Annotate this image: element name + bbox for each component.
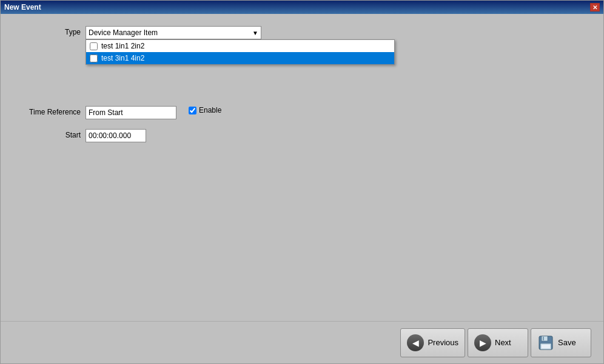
time-reference-row: Time Reference From Start Absolute Relat…: [13, 106, 591, 119]
previous-icon: ◀: [407, 334, 424, 351]
previous-label: Previous: [428, 338, 458, 347]
previous-button[interactable]: ◀ Previous: [400, 328, 465, 357]
prev-arrow-icon: ◀: [412, 338, 419, 348]
start-label: Start: [13, 129, 86, 139]
bottom-bar: ◀ Previous ▶ Next Save: [1, 321, 603, 363]
enable-row: Enable: [189, 106, 221, 114]
enable-checkbox[interactable]: [189, 107, 196, 114]
save-button[interactable]: Save: [531, 328, 591, 357]
enable-label: Enable: [199, 106, 221, 114]
next-icon: ▶: [474, 334, 491, 351]
svg-rect-1: [542, 336, 548, 341]
dropdown-item-2[interactable]: test 3in1 4in2: [86, 52, 394, 64]
start-input[interactable]: [86, 129, 146, 142]
dropdown-item-1[interactable]: test 1in1 2in2: [86, 40, 394, 52]
type-row: Type Device Manager Item ▼ test 1in1 2in…: [13, 26, 591, 39]
item2-label: test 3in1 4in2: [101, 54, 144, 62]
content-area: Type Device Manager Item ▼ test 1in1 2in…: [1, 14, 603, 321]
svg-rect-4: [542, 345, 550, 348]
item1-label: test 1in1 2in2: [101, 42, 144, 50]
type-dropdown-value: Device Manager Item: [89, 28, 252, 37]
time-reference-wrapper: From Start Absolute Relative: [86, 106, 176, 119]
window-title: New Event: [4, 3, 41, 12]
start-row: Start: [13, 129, 591, 142]
floppy-icon-svg: [538, 335, 554, 351]
time-reference-label: Time Reference: [13, 106, 86, 116]
next-button[interactable]: ▶ Next: [468, 328, 528, 357]
type-label: Type: [13, 26, 86, 36]
type-dropdown[interactable]: Device Manager Item ▼: [86, 26, 261, 39]
type-dropdown-wrapper: Device Manager Item ▼: [86, 26, 261, 39]
dropdown-arrow-icon: ▼: [252, 30, 258, 36]
item1-checkbox[interactable]: [90, 42, 98, 50]
item2-checkbox[interactable]: [90, 55, 98, 62]
time-reference-select[interactable]: From Start Absolute Relative: [86, 106, 176, 119]
title-bar: New Event ✕: [1, 1, 603, 14]
next-arrow-icon: ▶: [480, 338, 486, 348]
next-label: Next: [495, 338, 511, 347]
save-label: Save: [558, 338, 576, 347]
svg-rect-2: [543, 337, 544, 340]
type-dropdown-container: Device Manager Item ▼ test 1in1 2in2 tes…: [86, 26, 261, 39]
save-disk-icon: [537, 334, 554, 351]
close-button[interactable]: ✕: [590, 3, 600, 12]
dropdown-list: test 1in1 2in2 test 3in1 4in2: [86, 39, 395, 65]
main-window: New Event ✕ Type Device Manager Item ▼ t…: [0, 0, 604, 364]
